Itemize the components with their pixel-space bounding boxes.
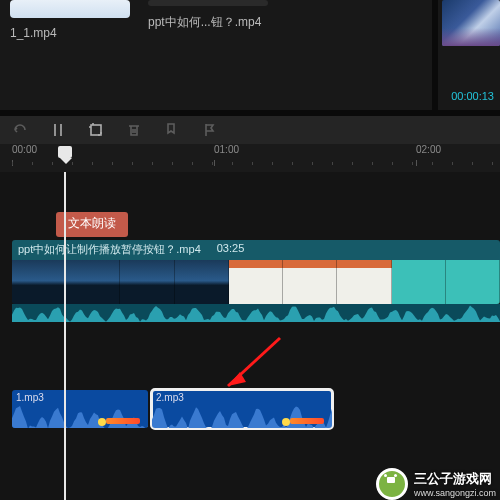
tag-label: 文本朗读 — [68, 216, 116, 230]
delete-icon[interactable] — [126, 122, 142, 138]
media-label: 1_1.mp4 — [10, 26, 130, 40]
svg-rect-0 — [91, 125, 101, 135]
preview-timecode: 00:00:13 — [451, 90, 494, 102]
preview-panel: 00:00:13 — [432, 0, 500, 110]
undo-icon[interactable] — [12, 122, 28, 138]
fade-bar[interactable] — [106, 418, 140, 424]
video-clip[interactable]: ppt中如何让制作播放暂停按钮？.mp4 03:25 — [12, 240, 500, 304]
media-thumbnail-bar — [148, 0, 268, 6]
keyframe-dot[interactable] — [282, 418, 290, 426]
media-label: ppt中如何...钮？.mp4 — [148, 14, 268, 31]
video-clip-title: ppt中如何让制作播放暂停按钮？.mp4 — [18, 242, 201, 260]
audio-clip-label: 2.mp3 — [156, 392, 184, 403]
watermark-logo-icon — [376, 468, 408, 500]
time-ruler[interactable]: 00:00 01:00 02:00 — [0, 144, 500, 172]
audio-clip-selected[interactable]: 2.mp3 — [152, 390, 332, 428]
fade-bar[interactable] — [290, 418, 324, 424]
timeline[interactable]: 文本朗读 ppt中如何让制作播放暂停按钮？.mp4 03:25 1.mp3 — [0, 172, 500, 500]
playhead[interactable] — [64, 172, 66, 500]
video-clip-duration: 03:25 — [217, 242, 245, 260]
video-clip-header: ppt中如何让制作播放暂停按钮？.mp4 03:25 — [12, 240, 500, 260]
split-icon[interactable] — [50, 122, 66, 138]
keyframe-dot[interactable] — [98, 418, 106, 426]
ruler-tick: 02:00 — [416, 144, 441, 155]
video-thumbnails — [12, 260, 500, 304]
watermark: 三公子游戏网 www.sangongzi.com — [376, 468, 496, 500]
video-audio-waveform — [12, 304, 500, 322]
watermark-url: www.sangongzi.com — [414, 488, 496, 498]
timeline-toolbar — [0, 110, 500, 144]
media-item[interactable]: ppt中如何...钮？.mp4 — [148, 0, 268, 31]
crop-icon[interactable] — [88, 122, 104, 138]
media-thumbnail — [10, 0, 130, 18]
preview-thumbnail[interactable] — [442, 0, 500, 46]
watermark-name: 三公子游戏网 — [414, 470, 496, 488]
audio-clip-label: 1.mp3 — [16, 392, 44, 403]
media-bin: 1_1.mp4 ppt中如何...钮？.mp4 00:00:13 — [0, 0, 500, 110]
media-item[interactable]: 1_1.mp4 — [10, 0, 130, 40]
marker-icon[interactable] — [164, 122, 180, 138]
audio-clip[interactable]: 1.mp3 — [12, 390, 148, 428]
tag-clip[interactable]: 文本朗读 — [56, 212, 128, 237]
flag-icon[interactable] — [202, 122, 218, 138]
ruler-tick: 01:00 — [214, 144, 239, 155]
svg-line-1 — [228, 338, 280, 386]
svg-marker-2 — [228, 372, 246, 386]
ruler-tick: 00:00 — [12, 144, 37, 155]
